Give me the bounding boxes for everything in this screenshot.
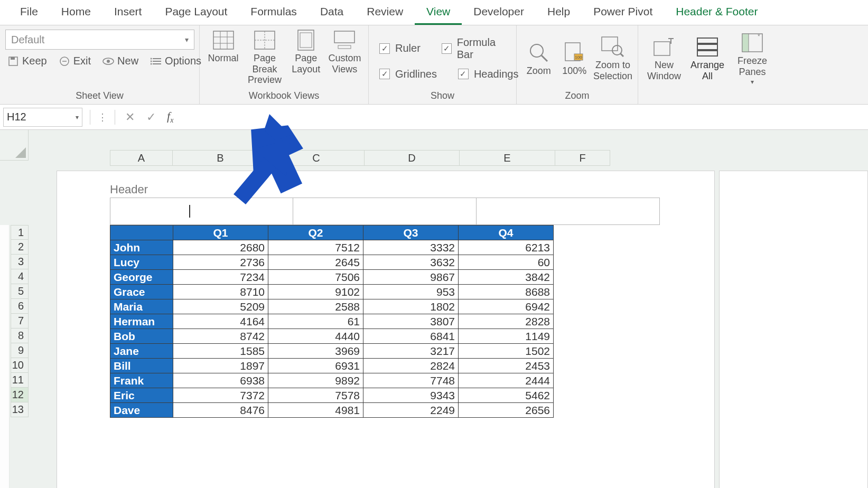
name-cell[interactable]: Herman [110,314,173,329]
value-cell[interactable]: 4164 [173,314,268,329]
table-header-cell[interactable]: Q3 [363,226,459,240]
name-cell[interactable]: Bob [110,329,173,344]
sheet-view-selector[interactable]: Default ▾ [5,30,194,50]
gridlines-checkbox[interactable]: ✓ Gridlines [379,68,437,80]
accept-formula-button[interactable]: ✓ [141,110,162,124]
value-cell[interactable]: 1585 [173,344,268,359]
header-right-box[interactable] [477,198,660,225]
value-cell[interactable]: 7748 [363,373,459,388]
name-box[interactable]: H12 ▾ [3,108,82,127]
tab-view[interactable]: View [415,1,462,25]
table-header-cell[interactable]: Q1 [173,226,268,240]
tab-help[interactable]: Help [536,1,582,25]
tab-formulas[interactable]: Formulas [239,1,309,25]
row-header[interactable]: 13 [11,402,29,417]
row-header[interactable]: 4 [11,269,29,284]
value-cell[interactable]: 2680 [173,240,268,255]
row-header[interactable]: 8 [11,329,29,343]
formula-bar-checkbox[interactable]: ✓ Formula Bar [442,36,511,61]
arrange-all-button[interactable]: Arrange All [687,36,728,81]
value-cell[interactable]: 2656 [459,403,554,418]
cancel-formula-button[interactable]: ✕ [119,110,141,124]
value-cell[interactable]: 1897 [173,359,268,373]
value-cell[interactable]: 5209 [173,299,268,314]
table-header-cell[interactable] [110,226,173,240]
custom-views-button[interactable]: Custom Views [326,30,363,74]
value-cell[interactable]: 8742 [173,329,268,344]
col-header-f[interactable]: F [555,150,610,166]
col-header-a[interactable]: A [110,150,173,166]
name-cell[interactable]: Frank [110,373,173,388]
value-cell[interactable]: 4440 [268,329,363,344]
value-cell[interactable]: 60 [459,255,554,270]
header-center-box[interactable] [293,198,477,225]
value-cell[interactable]: 7578 [268,388,363,403]
page-break-preview-button[interactable]: Page Break Preview [244,30,286,86]
col-header-d[interactable]: D [365,150,460,166]
value-cell[interactable]: 2588 [268,299,363,314]
options-button[interactable]: Options [148,53,203,69]
freeze-panes-button[interactable]: * Freeze Panes ▾ [730,32,774,86]
zoom-100-button[interactable]: 100 100% [557,42,591,77]
value-cell[interactable]: 2736 [173,255,268,270]
name-cell[interactable]: Eric [110,388,173,403]
value-cell[interactable]: 2444 [459,373,554,388]
fx-icon[interactable]: fx [162,109,179,125]
select-all-corner[interactable] [0,130,29,161]
value-cell[interactable]: 2828 [459,314,554,329]
value-cell[interactable]: 5462 [459,388,554,403]
value-cell[interactable]: 2249 [363,403,459,418]
table-header-cell[interactable]: Q4 [459,226,554,240]
value-cell[interactable]: 3969 [268,344,363,359]
tab-power-pivot[interactable]: Power Pivot [582,1,664,25]
value-cell[interactable]: 6931 [268,359,363,373]
value-cell[interactable]: 8688 [459,285,554,299]
row-header[interactable]: 2 [11,240,29,255]
value-cell[interactable]: 7506 [268,270,363,285]
page-layout-view-button[interactable]: Page Layout [288,30,324,74]
row-header[interactable]: 1 [11,225,29,240]
keep-button[interactable]: Keep [5,53,49,69]
value-cell[interactable]: 3632 [363,255,459,270]
row-header[interactable]: 12 [11,388,29,402]
value-cell[interactable]: 9867 [363,270,459,285]
value-cell[interactable]: 3807 [363,314,459,329]
value-cell[interactable]: 9892 [268,373,363,388]
name-cell[interactable]: Maria [110,299,173,314]
exit-button[interactable]: Exit [57,53,93,69]
value-cell[interactable]: 9102 [268,285,363,299]
headings-checkbox[interactable]: ✓ Headings [458,68,519,80]
value-cell[interactable]: 2453 [459,359,554,373]
value-cell[interactable]: 6841 [363,329,459,344]
name-cell[interactable]: Dave [110,403,173,418]
tab-review[interactable]: Review [355,1,415,25]
value-cell[interactable]: 7234 [173,270,268,285]
more-icon[interactable]: ⋮ [95,111,110,123]
col-header-b[interactable]: B [173,150,268,166]
value-cell[interactable]: 8710 [173,285,268,299]
tab-home[interactable]: Home [50,1,102,25]
col-header-e[interactable]: E [460,150,555,166]
value-cell[interactable]: 2645 [268,255,363,270]
value-cell[interactable]: 3332 [363,240,459,255]
name-cell[interactable]: John [110,240,173,255]
value-cell[interactable]: 4981 [268,403,363,418]
name-cell[interactable]: Lucy [110,255,173,270]
new-view-button[interactable]: New [100,53,141,69]
value-cell[interactable]: 953 [363,285,459,299]
value-cell[interactable]: 8476 [173,403,268,418]
value-cell[interactable]: 1149 [459,329,554,344]
header-left-box[interactable] [110,198,293,225]
value-cell[interactable]: 61 [268,314,363,329]
row-header[interactable]: 3 [11,255,29,269]
name-cell[interactable]: Bill [110,359,173,373]
value-cell[interactable]: 6942 [459,299,554,314]
tab-insert[interactable]: Insert [102,1,154,25]
tab-data[interactable]: Data [309,1,355,25]
col-header-c[interactable]: C [268,150,365,166]
value-cell[interactable]: 6213 [459,240,554,255]
zoom-button[interactable]: Zoom [522,42,555,77]
normal-view-button[interactable]: Normal [205,30,241,64]
formula-input[interactable] [179,108,868,127]
name-cell[interactable]: Grace [110,285,173,299]
